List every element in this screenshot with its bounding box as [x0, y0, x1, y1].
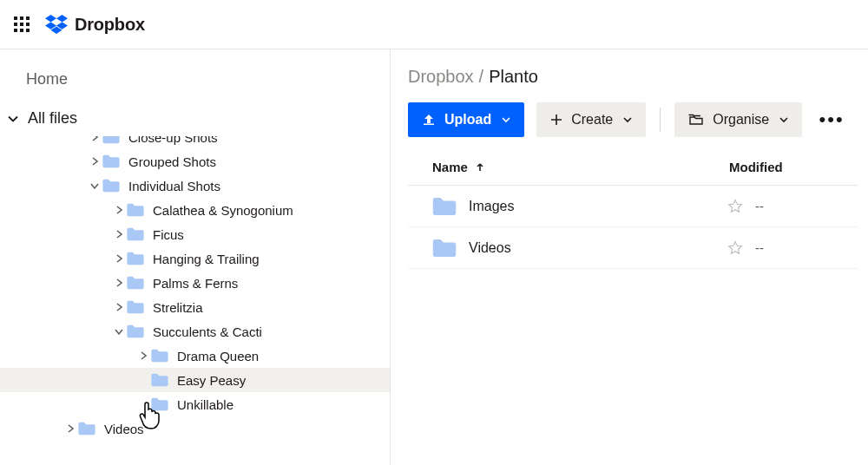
- folder-icon: [102, 136, 120, 144]
- tree-node[interactable]: Individual Shots: [0, 174, 390, 198]
- tree-node-label: Ficus: [153, 227, 184, 242]
- plus-icon: [550, 114, 562, 126]
- column-header-name[interactable]: Name: [432, 160, 729, 174]
- tree-node[interactable]: Easy Peasy: [0, 368, 390, 392]
- chevron-right-icon: [87, 157, 102, 166]
- tree-node-label: Strelitzia: [153, 300, 203, 315]
- breadcrumb-separator: /: [479, 67, 484, 87]
- tree-node[interactable]: Palms & Ferns: [0, 271, 390, 295]
- tree-node-label: Individual Shots: [128, 179, 220, 193]
- brand-logo[interactable]: Dropbox: [45, 15, 145, 35]
- file-list: Images--Videos--: [408, 186, 858, 269]
- main-panel: Dropbox / Planto Upload Create Organise: [391, 49, 868, 465]
- breadcrumb: Dropbox / Planto: [408, 67, 858, 87]
- chevron-down-icon: [502, 115, 510, 124]
- dropbox-icon: [45, 15, 68, 34]
- chevron-down-icon: [779, 115, 788, 124]
- upload-icon: [422, 113, 436, 127]
- chevron-down-icon: [623, 115, 632, 124]
- tree-node-label: Close-up Shots: [128, 136, 218, 145]
- table-row[interactable]: Videos--: [408, 227, 858, 269]
- row-modified: --: [755, 199, 833, 213]
- tree-node[interactable]: Succulents & Cacti: [0, 319, 390, 344]
- chevron-down-icon: [87, 182, 102, 189]
- sort-asc-icon: [475, 162, 485, 173]
- star-icon[interactable]: [727, 199, 755, 214]
- sidebar-all-files[interactable]: All files: [0, 102, 390, 136]
- tree-node[interactable]: Hanging & Trailing: [0, 246, 390, 271]
- folder-icon: [432, 239, 457, 258]
- tree-node[interactable]: Close-up Shots: [0, 136, 390, 149]
- chevron-right-icon: [111, 206, 127, 214]
- folder-icon: [102, 179, 120, 193]
- folder-icon: [151, 373, 168, 387]
- tree-node[interactable]: Grouped Shots: [0, 149, 390, 174]
- column-header-modified[interactable]: Modified: [729, 160, 833, 174]
- row-modified: --: [755, 240, 833, 255]
- chevron-right-icon: [111, 278, 127, 287]
- brand-name: Dropbox: [75, 15, 145, 35]
- folder-icon: [127, 252, 144, 265]
- row-name[interactable]: Videos: [469, 240, 727, 256]
- tree-node-label: Calathea & Synogonium: [153, 203, 293, 218]
- tree-node[interactable]: Drama Queen: [0, 344, 390, 368]
- sidebar-home[interactable]: Home: [0, 49, 390, 102]
- toolbar: Upload Create Organise •••: [408, 102, 858, 137]
- sidebar: Home All files Close-up ShotsGrouped Sho…: [0, 49, 391, 465]
- folder-stack-icon: [688, 114, 704, 126]
- star-icon[interactable]: [727, 240, 755, 256]
- chevron-right-icon: [111, 230, 127, 239]
- tree-node-label: Drama Queen: [177, 349, 259, 363]
- row-name[interactable]: Images: [469, 199, 727, 214]
- organise-label: Organise: [713, 112, 769, 128]
- folder-icon: [127, 324, 144, 338]
- tree-node[interactable]: Calathea & Synogonium: [0, 198, 390, 222]
- create-label: Create: [571, 112, 613, 128]
- upload-button[interactable]: Upload: [408, 102, 524, 137]
- folder-icon: [151, 349, 168, 363]
- folder-tree: Close-up ShotsGrouped ShotsIndividual Sh…: [0, 136, 390, 441]
- tree-node-label: Easy Peasy: [177, 373, 246, 388]
- all-files-label: All files: [28, 109, 77, 128]
- chevron-right-icon: [135, 351, 151, 360]
- tree-node[interactable]: Videos: [0, 416, 390, 441]
- app-header: Dropbox: [0, 0, 868, 49]
- chevron-right-icon: [87, 136, 102, 141]
- chevron-right-icon: [62, 424, 78, 433]
- folder-icon: [78, 422, 95, 436]
- tree-node-label: Videos: [104, 422, 144, 436]
- folder-icon: [127, 203, 144, 217]
- table-header: Name Modified: [408, 160, 858, 186]
- more-actions-button[interactable]: •••: [814, 102, 849, 137]
- upload-label: Upload: [444, 112, 491, 128]
- tree-node[interactable]: Ficus: [0, 222, 390, 246]
- ellipsis-icon: •••: [819, 108, 845, 131]
- folder-icon: [127, 276, 144, 290]
- chevron-down-icon: [111, 328, 127, 335]
- table-row[interactable]: Images--: [408, 186, 858, 227]
- tree-node-label: Hanging & Trailing: [153, 252, 260, 266]
- tree-node-label: Unkillable: [177, 397, 233, 412]
- app-launcher-icon[interactable]: [14, 16, 30, 32]
- folder-icon: [151, 397, 168, 411]
- tree-node-label: Succulents & Cacti: [153, 324, 262, 339]
- chevron-right-icon: [111, 303, 127, 311]
- organise-button[interactable]: Organise: [674, 102, 802, 137]
- chevron-right-icon: [111, 254, 127, 263]
- name-header-label: Name: [432, 160, 468, 174]
- folder-icon: [127, 300, 144, 314]
- tree-node-label: Palms & Ferns: [153, 276, 238, 291]
- chevron-down-icon: [7, 113, 19, 125]
- tree-node[interactable]: Unkillable: [0, 392, 390, 416]
- folder-icon: [127, 227, 144, 241]
- folder-icon: [432, 197, 457, 216]
- breadcrumb-root[interactable]: Dropbox: [408, 67, 474, 87]
- tree-node-label: Grouped Shots: [128, 154, 216, 169]
- toolbar-divider: [660, 108, 661, 132]
- folder-icon: [102, 154, 120, 168]
- create-button[interactable]: Create: [536, 102, 646, 137]
- breadcrumb-current: Planto: [489, 67, 538, 87]
- tree-node[interactable]: Strelitzia: [0, 295, 390, 319]
